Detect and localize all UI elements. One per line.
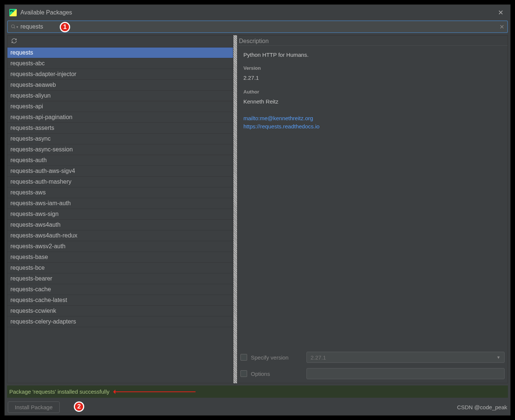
- list-toolbar: [7, 36, 233, 47]
- status-bar: Package 'requests' installed successfull…: [7, 385, 508, 398]
- package-item[interactable]: requests-base: [7, 252, 233, 263]
- package-item[interactable]: requests-abc: [7, 58, 233, 69]
- author-label: Author: [243, 88, 502, 96]
- package-item[interactable]: requests-api: [7, 101, 233, 112]
- package-item[interactable]: requests-aliyun: [7, 91, 233, 101]
- package-item[interactable]: requests-cache: [7, 284, 233, 295]
- watermark-text: CSDN @code_peak: [457, 404, 507, 410]
- package-list-pane: requestsrequests-abcrequests-adapter-inj…: [7, 35, 233, 383]
- refresh-icon[interactable]: [11, 38, 17, 45]
- options-row: Options: [240, 368, 505, 379]
- package-item[interactable]: requests-auth: [7, 155, 233, 166]
- author-value: Kenneth Reitz: [243, 98, 502, 106]
- specify-version-row: Specify version 2.27.1 ▼: [240, 352, 505, 363]
- package-list: requestsrequests-abcrequests-adapter-inj…: [7, 47, 233, 383]
- search-input[interactable]: [20, 23, 497, 30]
- pycharm-icon: [9, 9, 17, 16]
- window-title: Available Packages: [20, 9, 492, 16]
- titlebar: Available Packages ✕: [5, 5, 510, 20]
- package-item[interactable]: requests-ccwienk: [7, 306, 233, 316]
- package-item[interactable]: requests-aws4auth-redux: [7, 230, 233, 241]
- options-input[interactable]: [306, 368, 505, 379]
- package-item[interactable]: requests-bce: [7, 263, 233, 273]
- specify-version-checkbox[interactable]: [240, 354, 247, 361]
- description-body: Python HTTP for Humans. Version 2.27.1 A…: [237, 46, 508, 348]
- package-item[interactable]: requests-bearer: [7, 273, 233, 284]
- annotation-badge-2: 2: [74, 401, 84, 412]
- status-text: Package 'requests' installed successfull…: [9, 388, 109, 395]
- package-item[interactable]: requests-adapter-injector: [7, 69, 233, 80]
- package-item[interactable]: requests-async: [7, 134, 233, 144]
- annotation-arrow: [114, 391, 196, 392]
- package-item[interactable]: requests-aeaweb: [7, 80, 233, 91]
- package-summary: Python HTTP for Humans.: [243, 51, 502, 59]
- package-item[interactable]: requests-celery-adapters: [7, 316, 233, 327]
- svg-point-0: [12, 25, 14, 28]
- search-bar-container: ▾ ✕ 1: [5, 20, 510, 35]
- description-header: Description: [237, 36, 508, 46]
- options-label: Options: [251, 371, 303, 377]
- chevron-down-icon: ▼: [496, 355, 501, 360]
- options-checkbox[interactable]: [240, 370, 247, 377]
- search-bar[interactable]: ▾ ✕ 1: [7, 20, 508, 33]
- package-item[interactable]: requests-api-pagination: [7, 112, 233, 123]
- clear-search-icon[interactable]: ✕: [499, 23, 504, 30]
- package-item[interactable]: requests-auth-aws-sigv4: [7, 166, 233, 177]
- available-packages-dialog: Available Packages ✕ ▾ ✕ 1 requestsreque…: [4, 4, 511, 416]
- package-list-scroll[interactable]: requestsrequests-abcrequests-adapter-inj…: [7, 47, 233, 383]
- specify-version-value: 2.27.1: [311, 354, 326, 361]
- link-mailto[interactable]: mailto:me@kennethreitz.org: [243, 114, 502, 123]
- close-icon[interactable]: ✕: [496, 8, 506, 17]
- package-item[interactable]: requests-aws-sign: [7, 209, 233, 220]
- content-area: requestsrequests-abcrequests-adapter-inj…: [5, 35, 510, 383]
- link-docs[interactable]: https://requests.readthedocs.io: [243, 122, 502, 131]
- package-item[interactable]: requests-aws4auth: [7, 220, 233, 230]
- footer: Install Package 2 CSDN @code_peak: [5, 398, 510, 415]
- package-item[interactable]: requests-auth-mashery: [7, 177, 233, 187]
- package-item[interactable]: requests: [7, 47, 233, 58]
- splitter-handle[interactable]: [233, 35, 237, 383]
- specify-version-label: Specify version: [251, 354, 303, 361]
- svg-line-1: [14, 27, 15, 29]
- install-options: Specify version 2.27.1 ▼ Options: [237, 348, 508, 383]
- version-label: Version: [243, 65, 502, 72]
- package-item[interactable]: requests-cache-latest: [7, 295, 233, 306]
- version-value: 2.27.1: [243, 74, 502, 82]
- package-item[interactable]: requests-async-session: [7, 144, 233, 155]
- search-icon: ▾: [11, 24, 18, 29]
- description-pane: Description Python HTTP for Humans. Vers…: [237, 35, 508, 383]
- package-item[interactable]: requests-asserts: [7, 123, 233, 134]
- package-item[interactable]: requests-aws-iam-auth: [7, 198, 233, 209]
- package-item[interactable]: requests-aws: [7, 187, 233, 198]
- install-package-button[interactable]: Install Package: [8, 401, 60, 413]
- specify-version-dropdown[interactable]: 2.27.1 ▼: [306, 352, 505, 363]
- package-item[interactable]: requests-awsv2-auth: [7, 241, 233, 252]
